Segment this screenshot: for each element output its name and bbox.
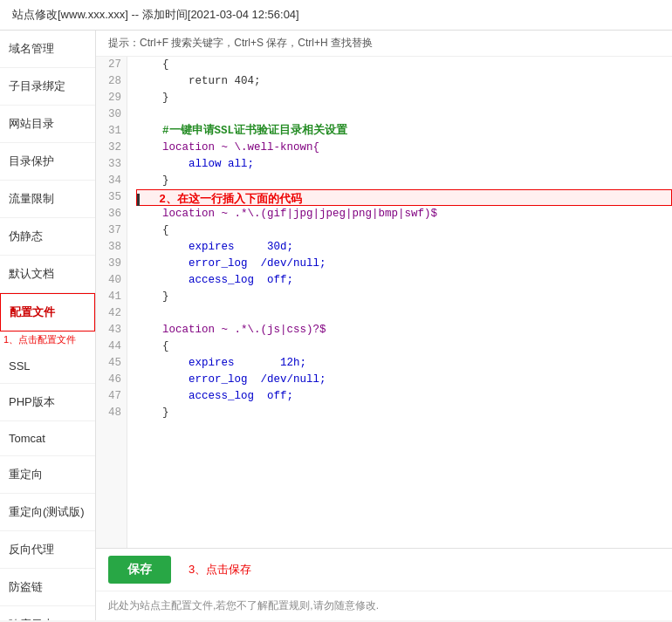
line-number-29: 29 <box>96 90 121 106</box>
code-line-37: { <box>136 222 672 239</box>
sidebar-item-wrapper-php: PHP版本 <box>0 384 95 421</box>
title-bar: 站点修改[www.xxx.xxx] -- 添加时间[2021-03-04 12:… <box>0 0 672 31</box>
code-line-32: location ~ \.well-known{ <box>136 140 672 156</box>
sidebar-item-wrapper-traffic: 流量限制 <box>0 181 95 218</box>
sidebar-item-traffic[interactable]: 流量限制 <box>0 181 95 218</box>
code-line-48: } <box>136 405 672 421</box>
line-number-35: 35 <box>96 189 121 206</box>
line-number-27: 27 <box>96 57 121 73</box>
sidebar-item-default[interactable]: 默认文档 <box>0 256 95 293</box>
save-button[interactable]: 保存 <box>108 556 171 584</box>
highlighted-text: 2、在这一行插入下面的代码 <box>147 192 302 205</box>
sidebar-item-redirect[interactable]: 重定向 <box>0 456 95 494</box>
line-number-36: 36 <box>96 206 121 222</box>
code-line-46: error_log /dev/null; <box>136 372 672 388</box>
code-line-31: #一键申请SSL证书验证目录相关设置 <box>136 123 672 140</box>
sidebar-item-wrapper-config: 配置文件1、点击配置文件 <box>0 293 95 349</box>
code-line-29: } <box>136 90 672 106</box>
sidebar-item-dirprotect[interactable]: 目录保护 <box>0 143 95 181</box>
line-number-46: 46 <box>96 372 121 388</box>
sidebar-item-tomcat[interactable]: Tomcat <box>0 421 95 456</box>
code-line-47: access_log off; <box>136 388 672 405</box>
sidebar-item-wrapper-redirect_test: 重定向(测试版) <box>0 494 95 531</box>
sidebar-item-ssl[interactable]: SSL <box>0 349 95 384</box>
code-line-39: error_log /dev/null; <box>136 256 672 272</box>
line-number-41: 41 <box>96 289 121 305</box>
sidebar-item-redirect_test[interactable]: 重定向(测试版) <box>0 494 95 531</box>
sidebar-item-wrapper-webdir: 网站目录 <box>0 106 95 143</box>
line-number-38: 38 <box>96 239 121 256</box>
line-number-34: 34 <box>96 173 121 189</box>
sidebar-item-wrapper-tomcat: Tomcat <box>0 421 95 456</box>
bottom-bar: 保存 3、点击保存 <box>96 548 672 591</box>
code-line-36: location ~ .*\.(gif|jpg|jpeg|png|bmp|swf… <box>136 206 672 222</box>
line-number-42: 42 <box>96 305 121 322</box>
sidebar-item-wrapper-domain: 域名管理 <box>0 31 95 68</box>
code-lines: { return 404; } #一键申请SSL证书验证目录相关设置 locat… <box>127 57 672 548</box>
hint-bar: 提示：Ctrl+F 搜索关键字，Ctrl+S 保存，Ctrl+H 查找替换 <box>96 31 672 57</box>
line-number-48: 48 <box>96 405 121 421</box>
sidebar-item-wrapper-subdir: 子目录绑定 <box>0 68 95 106</box>
code-line-45: expires 12h; <box>136 355 672 372</box>
code-line-40: access_log off; <box>136 272 672 289</box>
footer-note-text: 此处为站点主配置文件,若您不了解配置规则,请勿随意修改. <box>108 599 379 612</box>
code-line-34: } <box>136 173 672 189</box>
title-text: 站点修改[www.xxx.xxx] -- 添加时间[2021-03-04 12:… <box>12 8 299 21</box>
line-number-43: 43 <box>96 322 121 338</box>
line-number-33: 33 <box>96 156 121 173</box>
sidebar-item-wrapper-reverse_proxy: 反向代理 <box>0 531 95 569</box>
sidebar-annotation-config: 1、点击配置文件 <box>0 332 95 349</box>
code-line-41: } <box>136 289 672 305</box>
line-numbers: 2728293031323334353637383940414243444546… <box>96 57 127 548</box>
content-area: 提示：Ctrl+F 搜索关键字，Ctrl+S 保存，Ctrl+H 查找替换 27… <box>96 31 672 620</box>
line-number-40: 40 <box>96 272 121 289</box>
line-number-30: 30 <box>96 106 121 123</box>
code-line-38: expires 30d; <box>136 239 672 256</box>
line-number-32: 32 <box>96 140 121 156</box>
save-annotation: 3、点击保存 <box>189 562 251 578</box>
sidebar-item-wrapper-default: 默认文档 <box>0 256 95 293</box>
line-number-39: 39 <box>96 256 121 272</box>
line-number-45: 45 <box>96 355 121 372</box>
line-number-28: 28 <box>96 73 121 90</box>
sidebar-item-wrapper-dirprotect: 目录保护 <box>0 143 95 181</box>
sidebar-item-domain[interactable]: 域名管理 <box>0 31 95 68</box>
code-line-35: 2、在这一行插入下面的代码 <box>136 189 672 206</box>
hint-text: 提示：Ctrl+F 搜索关键字，Ctrl+S 保存，Ctrl+H 查找替换 <box>108 37 373 49</box>
sidebar-item-hotlink[interactable]: 防盗链 <box>0 569 95 606</box>
sidebar-item-wrapper-hotlink: 防盗链 <box>0 569 95 606</box>
sidebar-item-wrapper-ssl: SSL <box>0 349 95 384</box>
code-line-33: allow all; <box>136 156 672 173</box>
sidebar-item-reverse_proxy[interactable]: 反向代理 <box>0 531 95 569</box>
code-line-43: location ~ .*\.(js|css)?$ <box>136 322 672 338</box>
code-line-44: { <box>136 338 672 355</box>
code-line-30 <box>136 106 672 123</box>
line-number-31: 31 <box>96 123 121 140</box>
code-line-42 <box>136 305 672 322</box>
code-line-28: return 404; <box>136 73 672 90</box>
sidebar-item-php[interactable]: PHP版本 <box>0 384 95 421</box>
sidebar-item-wrapper-access_log: 响应日志 <box>0 606 95 620</box>
code-editor-wrapper: 2728293031323334353637383940414243444546… <box>96 57 672 548</box>
footer-note: 此处为站点主配置文件,若您不了解配置规则,请勿随意修改. <box>96 591 672 620</box>
sidebar-item-subdir[interactable]: 子目录绑定 <box>0 68 95 106</box>
code-editor[interactable]: 2728293031323334353637383940414243444546… <box>96 57 672 548</box>
sidebar-item-wrapper-pseudo: 伪静态 <box>0 218 95 256</box>
sidebar-item-config[interactable]: 配置文件 <box>0 293 95 332</box>
sidebar-item-webdir[interactable]: 网站目录 <box>0 106 95 143</box>
line-number-44: 44 <box>96 338 121 355</box>
code-line-27: { <box>136 57 672 73</box>
sidebar-item-pseudo[interactable]: 伪静态 <box>0 218 95 256</box>
cursor-indicator <box>137 194 140 206</box>
sidebar-item-wrapper-redirect: 重定向 <box>0 456 95 494</box>
line-number-37: 37 <box>96 222 121 239</box>
line-number-47: 47 <box>96 388 121 405</box>
sidebar: 域名管理子目录绑定网站目录目录保护流量限制伪静态默认文档配置文件1、点击配置文件… <box>0 31 96 620</box>
main-layout: 域名管理子目录绑定网站目录目录保护流量限制伪静态默认文档配置文件1、点击配置文件… <box>0 31 672 620</box>
sidebar-item-access_log[interactable]: 响应日志 <box>0 606 95 620</box>
